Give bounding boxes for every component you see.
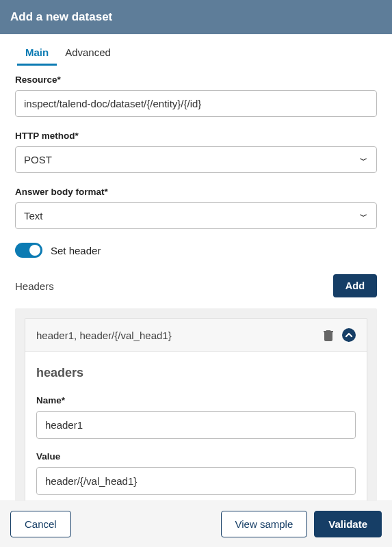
http-method-select[interactable]: POST [15,146,377,173]
header-name-input[interactable] [36,411,356,439]
header-panel-title: headers [36,366,356,380]
tab-advanced[interactable]: Advanced [57,41,119,66]
header-item-summary: header1, header/{/val_head1} [36,330,315,341]
header-item: header1, header/{/val_head1} headers Nam… [25,318,367,522]
header-value-input[interactable] [36,467,356,495]
headers-panel: header1, header/{/val_head1} headers Nam… [15,308,377,531]
collapse-icon[interactable] [342,328,356,342]
view-sample-button[interactable]: View sample [221,511,308,537]
add-header-button[interactable]: Add [333,274,377,297]
headers-section-label: Headers [15,280,54,292]
resource-input[interactable] [15,90,377,117]
dialog-footer: Cancel View sample Validate [0,501,392,547]
form-content: Resource* HTTP method* POST ﹀ Answer bod… [0,66,392,531]
answer-body-format-select[interactable]: Text [15,202,377,229]
answer-body-format-label: Answer body format* [15,187,377,197]
header-value-label: Value [36,451,356,462]
resource-label: Resource* [15,75,377,85]
dialog-title: Add a new dataset [10,10,112,23]
header-item-body: headers Name* Value [25,352,367,521]
svg-point-0 [342,328,356,342]
header-name-label: Name* [36,395,356,405]
tab-bar: Main Advanced [0,41,392,66]
cancel-button[interactable]: Cancel [10,511,71,537]
dialog-header: Add a new dataset [0,0,392,34]
validate-button[interactable]: Validate [314,511,382,537]
set-header-toggle[interactable] [15,243,42,258]
set-header-label: Set header [51,245,101,256]
tab-main[interactable]: Main [17,41,57,66]
delete-icon[interactable] [323,329,334,341]
http-method-label: HTTP method* [15,131,377,141]
header-item-bar: header1, header/{/val_head1} [25,319,367,352]
